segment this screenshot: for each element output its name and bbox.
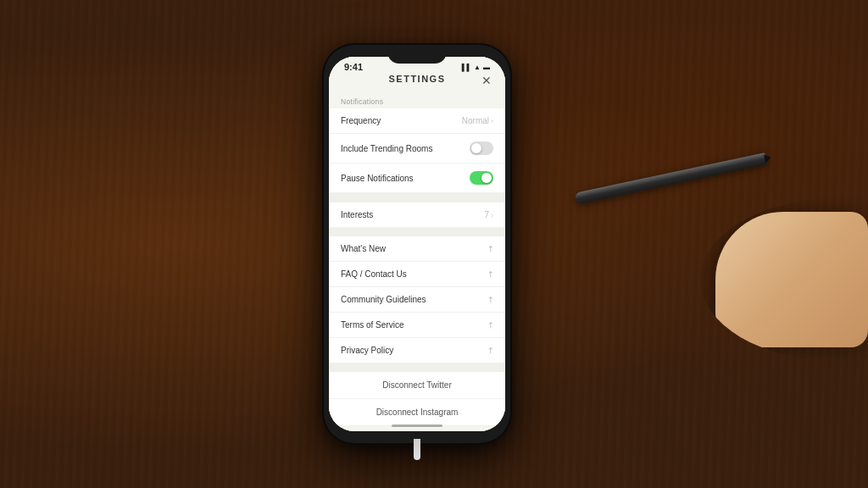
close-button[interactable]: ✕ xyxy=(478,72,495,89)
disconnect-twitter-button[interactable]: Disconnect Twitter xyxy=(329,372,505,399)
pause-notifications-toggle[interactable] xyxy=(470,171,493,185)
scene: 9:41 ▌▌ ▲ ▬ SETTINGS ✕ Notifications xyxy=(0,0,868,488)
interests-row[interactable]: Interests 7 › xyxy=(329,202,505,228)
separator-3 xyxy=(329,363,505,372)
hand xyxy=(715,212,868,347)
notifications-section-label: Notifications xyxy=(329,92,505,108)
battery-icon: ▬ xyxy=(483,64,490,71)
home-indicator xyxy=(392,424,442,427)
frequency-value: Normal › xyxy=(462,116,493,125)
status-time: 9:41 xyxy=(344,62,363,72)
toggle-knob-2 xyxy=(481,173,492,183)
whats-new-row[interactable]: What's New ↗ xyxy=(329,236,505,262)
status-icons: ▌▌ ▲ ▬ xyxy=(462,64,490,71)
frequency-row[interactable]: Frequency Normal › xyxy=(329,108,505,134)
privacy-policy-row[interactable]: Privacy Policy ↗ xyxy=(329,338,505,363)
privacy-policy-arrow-icon: ↗ xyxy=(484,345,495,356)
separator-2 xyxy=(329,228,505,236)
stylus xyxy=(575,152,768,205)
privacy-policy-label: Privacy Policy xyxy=(341,346,393,355)
faq-arrow-icon: ↗ xyxy=(484,269,495,280)
pause-notifications-label: Pause Notifications xyxy=(341,174,414,183)
terms-of-service-label: Terms of Service xyxy=(341,320,403,330)
phone-screen: 9:41 ▌▌ ▲ ▬ SETTINGS ✕ Notifications xyxy=(329,57,505,431)
settings-container: SETTINGS ✕ Notifications Frequency Norma… xyxy=(329,57,505,431)
interests-value: 7 › xyxy=(484,210,493,219)
phone-cable xyxy=(414,439,420,460)
settings-title: SETTINGS xyxy=(388,74,445,84)
trending-rooms-row: Include Trending Rooms xyxy=(329,134,505,164)
community-guidelines-arrow-icon: ↗ xyxy=(484,294,495,305)
toggle-knob xyxy=(471,143,481,153)
community-guidelines-label: Community Guidelines xyxy=(341,295,426,304)
pause-notifications-row: Pause Notifications xyxy=(329,164,505,193)
disconnect-instagram-button[interactable]: Disconnect Instagram xyxy=(329,399,505,426)
interests-label: Interests xyxy=(341,210,373,219)
disconnect-twitter-label: Disconnect Twitter xyxy=(382,380,452,390)
trending-rooms-label: Include Trending Rooms xyxy=(341,144,432,153)
stylus-tip xyxy=(764,153,772,163)
frequency-label: Frequency xyxy=(341,116,381,125)
whats-new-label: What's New xyxy=(341,244,386,253)
interests-chevron-icon: › xyxy=(491,211,493,219)
signal-icon: ▌▌ xyxy=(462,64,471,71)
phone-notch xyxy=(387,45,447,64)
terms-of-service-row[interactable]: Terms of Service ↗ xyxy=(329,313,505,338)
frequency-chevron-icon: › xyxy=(491,117,493,125)
separator-1 xyxy=(329,193,505,202)
community-guidelines-row[interactable]: Community Guidelines ↗ xyxy=(329,287,505,313)
phone: 9:41 ▌▌ ▲ ▬ SETTINGS ✕ Notifications xyxy=(324,45,510,443)
status-bar: 9:41 ▌▌ ▲ ▬ xyxy=(329,62,505,72)
faq-label: FAQ / Contact Us xyxy=(341,269,407,279)
disconnect-instagram-label: Disconnect Instagram xyxy=(376,408,459,417)
terms-of-service-arrow-icon: ↗ xyxy=(484,319,495,330)
faq-row[interactable]: FAQ / Contact Us ↗ xyxy=(329,262,505,287)
wifi-icon: ▲ xyxy=(474,64,481,71)
whats-new-arrow-icon: ↗ xyxy=(484,243,495,254)
trending-rooms-toggle[interactable] xyxy=(470,141,493,155)
